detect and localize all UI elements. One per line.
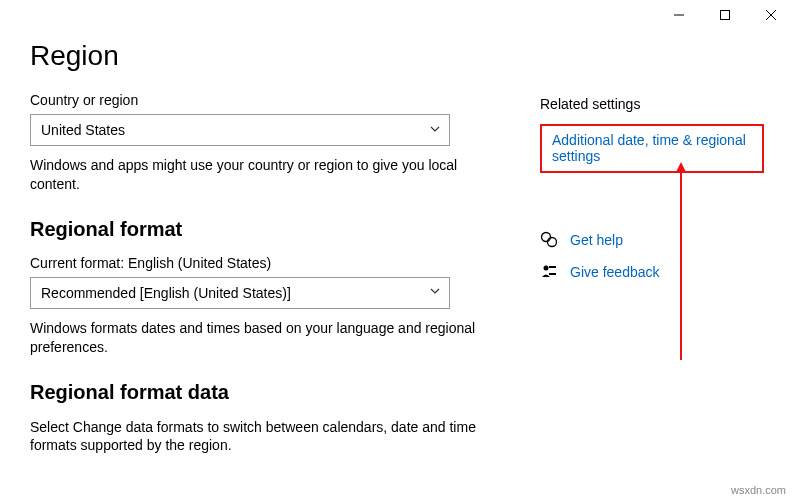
svg-rect-1	[721, 11, 730, 20]
regional-format-desc: Windows formats dates and times based on…	[30, 319, 500, 357]
country-label: Country or region	[30, 92, 530, 108]
country-desc: Windows and apps might use your country …	[30, 156, 500, 194]
close-button[interactable]	[748, 0, 794, 30]
regional-format-value: Recommended [English (United States)]	[41, 285, 291, 301]
svg-point-4	[542, 233, 551, 242]
regional-format-heading: Regional format	[30, 218, 530, 241]
get-help-link[interactable]: Get help	[570, 232, 623, 248]
help-icon	[540, 231, 558, 249]
maximize-button[interactable]	[702, 0, 748, 30]
give-feedback-item: Give feedback	[540, 263, 764, 281]
minimize-button[interactable]	[656, 0, 702, 30]
chevron-down-icon	[429, 123, 441, 138]
page-title: Region	[30, 40, 530, 72]
country-select[interactable]: United States	[30, 114, 450, 146]
get-help-item: Get help	[540, 231, 764, 249]
svg-point-5	[548, 238, 557, 247]
svg-rect-7	[549, 266, 556, 268]
additional-settings-link[interactable]: Additional date, time & regional setting…	[552, 132, 752, 164]
feedback-icon	[540, 263, 558, 281]
related-settings-heading: Related settings	[540, 96, 764, 112]
give-feedback-link[interactable]: Give feedback	[570, 264, 660, 280]
current-format-label: Current format: English (United States)	[30, 255, 530, 271]
annotation-arrow	[680, 170, 682, 360]
main-pane: Region Country or region United States W…	[30, 40, 530, 455]
window-controls	[656, 0, 794, 30]
country-select-value: United States	[41, 122, 125, 138]
regional-format-data-heading: Regional format data	[30, 381, 530, 404]
annotation-highlight-box: Additional date, time & regional setting…	[540, 124, 764, 173]
regional-format-data-desc: Select Change data formats to switch bet…	[30, 418, 500, 456]
regional-format-select[interactable]: Recommended [English (United States)]	[30, 277, 450, 309]
side-pane: Related settings Additional date, time &…	[530, 40, 764, 455]
chevron-down-icon	[429, 285, 441, 300]
svg-rect-8	[549, 273, 556, 275]
svg-point-6	[544, 266, 549, 271]
watermark: wsxdn.com	[731, 484, 786, 496]
